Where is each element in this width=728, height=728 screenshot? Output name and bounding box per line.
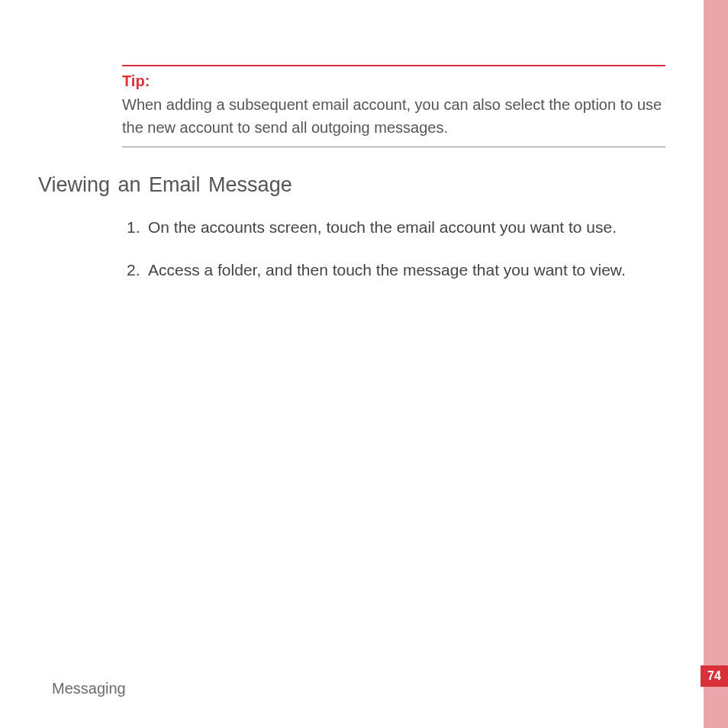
list-item: 2. Access a folder, and then touch the m…: [127, 256, 656, 284]
page-number: 74: [707, 669, 721, 683]
footer-section-label: Messaging: [52, 680, 126, 697]
list-item: 1. On the accounts screen, touch the ema…: [127, 214, 656, 241]
step-text: Access a folder, and then touch the mess…: [148, 256, 656, 284]
tip-callout: Tip: When adding a subsequent email acco…: [122, 65, 665, 147]
step-number: 2.: [127, 256, 148, 284]
step-number: 1.: [127, 214, 148, 241]
tip-text: When adding a subsequent email account, …: [122, 93, 665, 139]
ordered-steps: 1. On the accounts screen, touch the ema…: [127, 214, 656, 283]
step-text: On the accounts screen, touch the email …: [148, 214, 656, 241]
page-content: Tip: When adding a subsequent email acco…: [0, 0, 696, 728]
page-number-tab: 74: [701, 665, 728, 687]
section-heading: Viewing an Email Message: [38, 173, 665, 197]
side-tab-bar: [704, 0, 728, 728]
tip-label: Tip:: [122, 72, 665, 90]
